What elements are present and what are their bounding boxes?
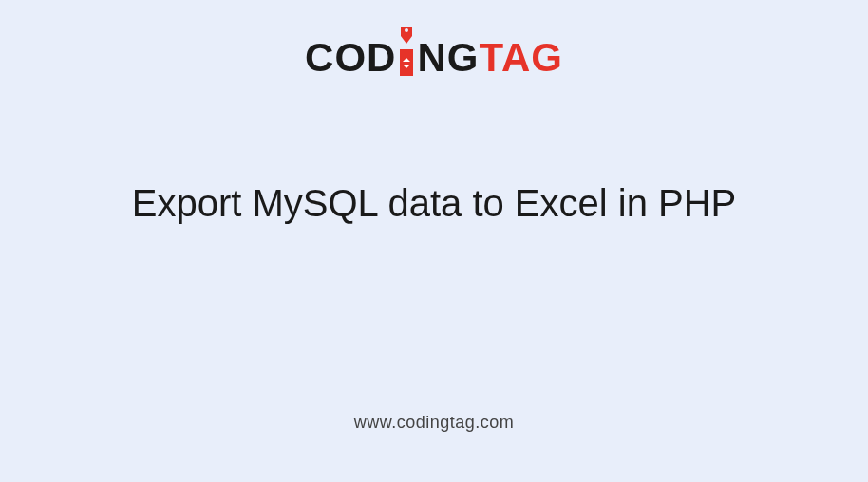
- logo-text: COD NG TAG: [305, 28, 563, 78]
- logo-part-coding-2: NG: [417, 38, 479, 78]
- price-tag-icon: [398, 27, 415, 47]
- logo-part-coding-1: COD: [305, 38, 396, 78]
- footer-url: www.codingtag.com: [354, 413, 515, 433]
- chevron-up-icon: [403, 58, 410, 62]
- logo-i-glyph: [398, 27, 415, 76]
- svg-point-0: [405, 28, 408, 32]
- page-title: Export MySQL data to Excel in PHP: [132, 177, 737, 229]
- chevron-down-icon: [403, 65, 410, 68]
- logo-i-body: [400, 49, 413, 76]
- logo-part-tag: TAG: [479, 38, 563, 78]
- logo: COD NG TAG: [305, 28, 563, 78]
